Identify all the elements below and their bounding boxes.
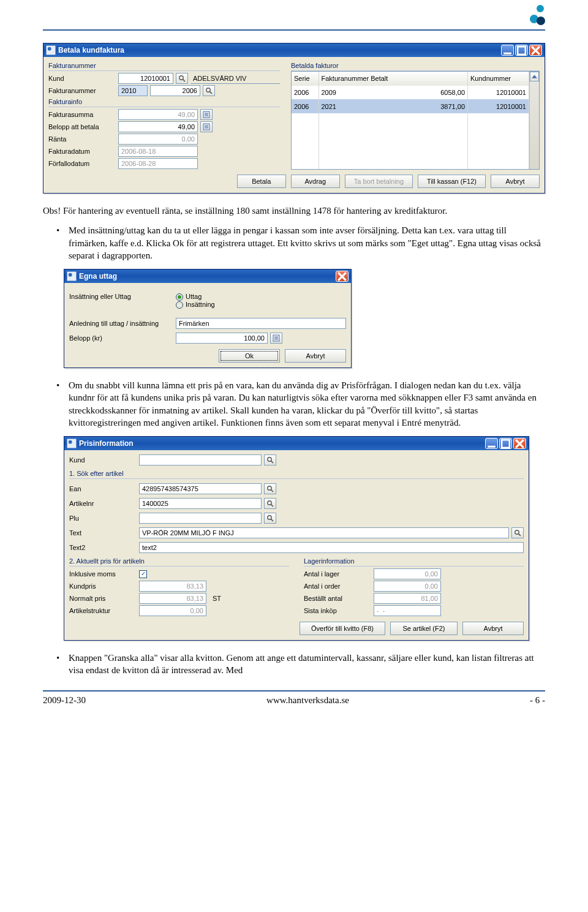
label-reason: Anledning till uttag / insättning: [69, 320, 173, 327]
group-stock-info: Lagerinformation: [304, 556, 524, 567]
input-article-number[interactable]: [139, 498, 262, 509]
table-row[interactable]: 2006 20213871,00 12010001: [292, 99, 529, 113]
input-amount[interactable]: [176, 333, 268, 344]
input-customer-number[interactable]: [118, 73, 173, 84]
view-article-button[interactable]: Se artikel (F2): [390, 622, 458, 635]
label-ean: Ean: [69, 485, 137, 492]
app-icon: [46, 45, 56, 55]
titlebar[interactable]: Prisinformation: [64, 437, 529, 450]
group-current-price: 2. Aktuellt pris för artikeln: [69, 556, 289, 567]
titlebar[interactable]: Egna uttag: [64, 269, 351, 283]
input-last-purchase: [374, 605, 441, 616]
lookup-ean-button[interactable]: [264, 483, 276, 494]
lookup-plu-button[interactable]: [264, 513, 276, 524]
input-amount-to-pay[interactable]: [118, 121, 198, 132]
radio-insattning[interactable]: Insättning: [176, 301, 215, 309]
deduction-button[interactable]: Avdrag: [291, 175, 340, 188]
paragraph: Obs! För hantering av eventuell ränta, s…: [43, 205, 545, 217]
label-invoice-sum: Fakturasumma: [48, 111, 116, 118]
label-interest: Ränta: [48, 135, 116, 143]
lookup-customer-button[interactable]: [264, 454, 276, 465]
close-button[interactable]: [336, 271, 349, 282]
input-text2[interactable]: [139, 542, 524, 553]
label-stock-qty: Antal i lager: [304, 570, 371, 578]
label-invoice-number: Fakturanummer: [48, 87, 116, 94]
close-button[interactable]: [529, 45, 542, 56]
col-kundnummer[interactable]: Kundnummer: [468, 72, 529, 86]
dialog-pay-invoice: Betala kundfaktura Fakturanummer Kund: [43, 43, 545, 194]
input-text[interactable]: [139, 527, 509, 538]
input-in-order: [374, 581, 441, 592]
label-last-purchase: Sista inköp: [304, 607, 371, 614]
minimize-button[interactable]: [501, 45, 514, 56]
page-footer: 2009-12-30 www.hantverksdata.se - 6 -: [43, 690, 545, 706]
cancel-button[interactable]: Avbryt: [462, 622, 524, 635]
scroll-up-icon[interactable]: [530, 72, 539, 81]
paid-invoices-table[interactable]: Serie Fakturanummer Betalt Kundnummer 20…: [291, 71, 540, 170]
input-normal-price: [139, 593, 206, 604]
footer-page: - 6 -: [530, 695, 545, 706]
transfer-to-receipt-button[interactable]: Överför till kvitto (F8): [300, 622, 385, 635]
label-amount-to-pay: Belopp att betala: [48, 123, 116, 130]
label-customer: Kund: [69, 456, 137, 464]
maximize-button[interactable]: [499, 438, 512, 449]
customer-name: [190, 73, 280, 84]
radio-uttag[interactable]: Uttag: [176, 293, 215, 301]
label-customer-price: Kundpris: [69, 582, 137, 590]
col-serie[interactable]: Serie: [292, 72, 318, 86]
bullet-item: • Med insättning/uttag kan du ta ut elle…: [56, 224, 545, 262]
scrollbar[interactable]: [529, 72, 539, 169]
table-row[interactable]: 2006 20096058,00 12010001: [292, 86, 529, 100]
input-ordered: [374, 593, 441, 604]
label-kund: Kund: [48, 75, 116, 82]
calc-sum-button[interactable]: [200, 109, 213, 120]
col-fakturanummer-betalt[interactable]: Fakturanummer Betalt: [318, 72, 468, 86]
input-invoice-sum: [118, 109, 198, 120]
lookup-article-button[interactable]: [264, 498, 276, 509]
titlebar[interactable]: Betala kundfaktura: [43, 43, 545, 57]
label-normal-price: Normalt pris: [69, 595, 137, 602]
cancel-button[interactable]: Avbryt: [285, 349, 346, 363]
cancel-button[interactable]: Avbryt: [491, 175, 540, 188]
input-invoice-year[interactable]: [150, 85, 200, 96]
label-due-date: Förfallodatum: [48, 160, 116, 167]
logo-icon: [527, 2, 545, 27]
label-invoice-date: Fakturadatum: [48, 148, 116, 155]
input-ean[interactable]: [139, 483, 262, 494]
calc-pay-button[interactable]: [200, 121, 213, 132]
input-invoice-series[interactable]: [118, 85, 148, 96]
to-register-button[interactable]: Till kassan (F12): [418, 175, 486, 188]
lookup-text-button[interactable]: [511, 527, 524, 538]
label-structure: Artikelstruktur: [69, 607, 137, 614]
ok-button[interactable]: Ok: [219, 349, 280, 363]
group-search-article: 1. Sök efter artikel: [69, 469, 524, 479]
label-text2: Text2: [69, 544, 137, 551]
input-interest: [118, 134, 198, 145]
label-in-order: Antal i order: [304, 582, 371, 590]
bullet-item: • Om du snabbt vill kunna lämna ett pris…: [56, 379, 545, 429]
label-insattning-uttag: Insättning eller Uttag: [69, 293, 173, 300]
calc-amount-button[interactable]: [270, 333, 282, 344]
app-icon: [67, 439, 77, 448]
input-reason[interactable]: [176, 318, 346, 329]
window-title: Prisinformation: [79, 439, 134, 448]
group-fakturanummer: Fakturanummer: [48, 61, 280, 71]
footer-date: 2009-12-30: [43, 695, 86, 706]
input-stock-qty: [374, 568, 441, 579]
label-text: Text: [69, 529, 137, 537]
window-title: Egna uttag: [79, 272, 117, 281]
checkbox-incl-vat[interactable]: [139, 570, 147, 578]
minimize-button[interactable]: [485, 438, 498, 449]
pay-button[interactable]: Betala: [237, 175, 286, 188]
svg-point-12: [537, 5, 544, 12]
group-paid-invoices: Betalda fakturor: [291, 61, 540, 71]
dialog-price-info: Prisinformation Kund 1. Sök efter artike…: [64, 436, 529, 641]
input-customer[interactable]: [139, 454, 262, 465]
lookup-invoice-button[interactable]: [203, 85, 215, 96]
app-icon: [67, 271, 77, 281]
close-button[interactable]: [513, 438, 526, 449]
lookup-customer-button[interactable]: [176, 73, 188, 84]
input-plu[interactable]: [139, 513, 262, 524]
maximize-button[interactable]: [515, 45, 528, 56]
remove-payment-button: Ta bort betalning: [345, 175, 413, 188]
